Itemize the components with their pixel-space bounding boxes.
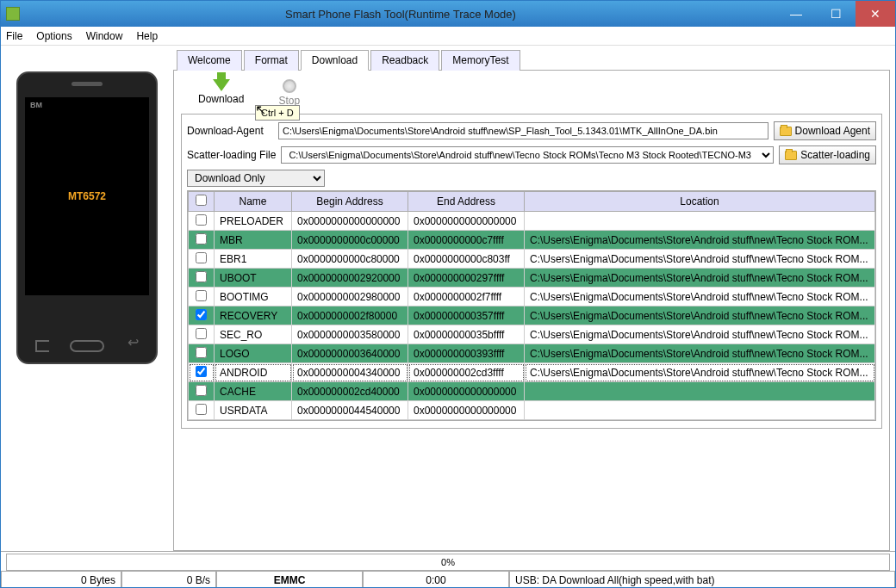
cell-name: BOOTIMG (215, 288, 292, 306)
da-browse-button[interactable]: Download Agent (774, 121, 876, 140)
tab-readback[interactable]: Readback (370, 50, 439, 71)
cell-location: C:\Users\Enigma\Documents\Store\Android … (525, 288, 875, 306)
cell-name: LOGO (215, 344, 292, 363)
tab-row: Welcome Format Download Readback MemoryT… (173, 49, 890, 71)
cell-location: C:\Users\Enigma\Documents\Store\Android … (525, 344, 875, 363)
col-end[interactable]: End Address (408, 192, 525, 212)
row-checkbox[interactable] (196, 385, 207, 396)
chip-label: MT6572 (68, 190, 106, 202)
header-checkbox[interactable] (196, 195, 207, 206)
folder-icon (780, 127, 792, 136)
row-checkbox[interactable] (196, 404, 207, 415)
cell-location (525, 382, 875, 401)
cell-name: CACHE (215, 382, 292, 401)
cell-end: 0x000000000357ffff (408, 306, 525, 325)
row-checkbox[interactable] (196, 309, 207, 320)
cell-name: MBR (215, 231, 292, 250)
cell-location: C:\Users\Enigma\Documents\Store\Android … (525, 269, 875, 288)
menu-options[interactable]: Options (36, 30, 72, 42)
status-time: 0:00 (363, 571, 509, 588)
cell-begin: 0x000000002cd40000 (292, 382, 408, 401)
app-icon (6, 7, 20, 21)
scatter-browse-button[interactable]: Scatter-loading (779, 145, 876, 164)
cell-begin: 0x0000000000000000 (292, 212, 408, 231)
tab-format[interactable]: Format (244, 50, 299, 71)
menu-help[interactable]: Help (136, 30, 158, 42)
menu-window[interactable]: Window (86, 30, 123, 42)
toolbar: Download Stop ↖ Ctrl + D (181, 76, 882, 114)
cell-name: ANDROID (215, 363, 292, 382)
cell-name: SEC_RO (215, 325, 292, 344)
cell-name: USRDATA (215, 401, 292, 420)
scatter-path-select[interactable]: C:\Users\Enigma\Documents\Store\Android … (281, 146, 774, 164)
row-checkbox[interactable] (196, 347, 207, 358)
tab-welcome[interactable]: Welcome (177, 50, 242, 71)
cell-begin: 0x0000000044540000 (292, 401, 408, 420)
table-row[interactable]: ANDROID0x00000000043400000x000000002cd3f… (189, 363, 875, 382)
da-path-input[interactable] (278, 122, 768, 139)
close-button[interactable]: ✕ (856, 1, 895, 27)
cell-begin: 0x0000000004340000 (292, 363, 408, 382)
row-checkbox[interactable] (196, 366, 207, 377)
phone-bm: BM (30, 101, 42, 109)
tab-memorytest[interactable]: MemoryTest (441, 50, 520, 71)
table-row[interactable]: CACHE0x000000002cd400000x000000000000000… (189, 382, 875, 401)
scatter-label: Scatter-loading File (187, 149, 276, 161)
cell-begin: 0x0000000003580000 (292, 325, 408, 344)
table-row[interactable]: MBR0x0000000000c000000x0000000000c7ffffC… (189, 231, 875, 250)
tab-download[interactable]: Download (301, 50, 369, 71)
partition-table: Name Begin Address End Address Location … (187, 190, 876, 421)
cell-begin: 0x0000000002f80000 (292, 306, 408, 325)
row-checkbox[interactable] (196, 252, 207, 263)
cell-end: 0x0000000000000000 (408, 401, 525, 420)
maximize-button[interactable]: ☐ (816, 1, 856, 27)
cell-end: 0x0000000000000000 (408, 212, 525, 231)
status-storage: EMMC (216, 571, 363, 588)
cell-end: 0x0000000000000000 (408, 382, 525, 401)
statusbar: 0% 0 Bytes 0 B/s EMMC 0:00 USB: DA Downl… (1, 551, 895, 588)
table-row[interactable]: EBR10x0000000000c800000x0000000000c803ff… (189, 250, 875, 269)
sidebar: BM MT6572 ↩ (1, 46, 173, 551)
menu-file[interactable]: File (6, 30, 22, 42)
cell-begin: 0x0000000002980000 (292, 288, 408, 306)
cell-begin: 0x0000000000c80000 (292, 250, 408, 269)
cell-end: 0x000000000297ffff (408, 269, 525, 288)
cell-begin: 0x0000000003640000 (292, 344, 408, 363)
scatter-browse-label: Scatter-loading (800, 149, 870, 161)
da-browse-label: Download Agent (795, 125, 870, 137)
table-row[interactable]: UBOOT0x00000000029200000x000000000297fff… (189, 269, 875, 288)
col-name[interactable]: Name (215, 192, 292, 212)
table-row[interactable]: PRELOADER0x00000000000000000x00000000000… (189, 212, 875, 231)
da-label: Download-Agent (187, 125, 273, 137)
table-row[interactable]: SEC_RO0x00000000035800000x00000000035bff… (189, 325, 875, 344)
row-checkbox[interactable] (196, 271, 207, 282)
menubar: File Options Window Help (1, 27, 895, 46)
table-row[interactable]: LOGO0x00000000036400000x000000000393ffff… (189, 344, 875, 363)
col-location[interactable]: Location (525, 192, 875, 212)
row-checkbox[interactable] (196, 233, 207, 244)
cell-end: 0x000000000393ffff (408, 344, 525, 363)
phone-graphic: BM MT6572 ↩ (16, 71, 158, 364)
status-speed: 0 B/s (121, 571, 216, 588)
stop-button[interactable]: Stop (278, 79, 300, 107)
minimize-button[interactable]: — (776, 1, 816, 27)
window-title: Smart Phone Flash Tool(Runtime Trace Mod… (25, 8, 776, 21)
titlebar: Smart Phone Flash Tool(Runtime Trace Mod… (1, 1, 895, 27)
col-begin[interactable]: Begin Address (292, 192, 408, 212)
cell-location (525, 401, 875, 420)
download-button[interactable]: Download (198, 79, 244, 107)
table-row[interactable]: RECOVERY0x0000000002f800000x000000000357… (189, 306, 875, 325)
row-checkbox[interactable] (196, 328, 207, 339)
mode-select[interactable]: Download Only (187, 170, 325, 187)
table-row[interactable]: BOOTIMG0x00000000029800000x0000000002f7f… (189, 288, 875, 306)
cell-end: 0x0000000000c803ff (408, 250, 525, 269)
download-label: Download (198, 93, 244, 105)
download-icon (213, 79, 230, 91)
cell-begin: 0x0000000000c00000 (292, 231, 408, 250)
cell-name: PRELOADER (215, 212, 292, 231)
cell-name: UBOOT (215, 269, 292, 288)
row-checkbox[interactable] (196, 290, 207, 301)
table-row[interactable]: USRDATA0x00000000445400000x0000000000000… (189, 401, 875, 420)
row-checkbox[interactable] (196, 214, 207, 226)
cell-name: RECOVERY (215, 306, 292, 325)
